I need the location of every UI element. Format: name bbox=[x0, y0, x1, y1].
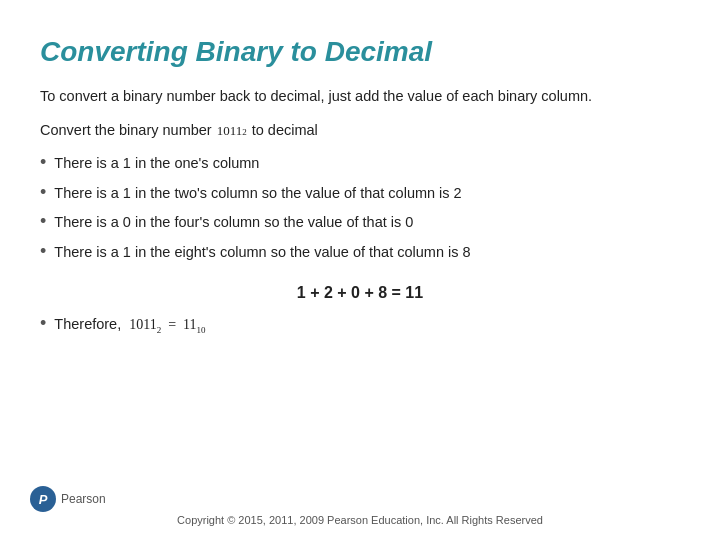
bullet-icon: • bbox=[40, 314, 46, 334]
therefore-line: • Therefore, 10112 = 1110 bbox=[40, 314, 680, 335]
bullet-text: There is a 0 in the four's column so the… bbox=[54, 212, 413, 234]
convert-line: Convert the binary number 10112 to decim… bbox=[40, 122, 680, 139]
bullet-icon: • bbox=[40, 183, 46, 203]
convert-suffix: to decimal bbox=[252, 122, 318, 138]
list-item: • There is a 1 in the one's column bbox=[40, 153, 680, 175]
pearson-icon: P bbox=[30, 486, 56, 512]
copyright-text: Copyright © 2015, 2011, 2009 Pearson Edu… bbox=[177, 514, 543, 526]
list-item: • There is a 1 in the two's column so th… bbox=[40, 183, 680, 205]
bullet-list: • There is a 1 in the one's column • The… bbox=[40, 153, 680, 264]
bullet-text: There is a 1 in the eight's column so th… bbox=[54, 242, 470, 264]
bullet-text: There is a 1 in the one's column bbox=[54, 153, 259, 175]
list-item: • There is a 1 in the eight's column so … bbox=[40, 242, 680, 264]
slide: Converting Binary to Decimal To convert … bbox=[0, 0, 720, 540]
pearson-logo: P Pearson bbox=[30, 486, 106, 512]
intro-paragraph: To convert a binary number back to decim… bbox=[40, 86, 680, 108]
list-item: • There is a 0 in the four's column so t… bbox=[40, 212, 680, 234]
bullet-icon: • bbox=[40, 153, 46, 173]
convert-prefix: Convert the binary number bbox=[40, 122, 212, 138]
footer: P Pearson Copyright © 2015, 2011, 2009 P… bbox=[0, 514, 720, 526]
bullet-icon: • bbox=[40, 212, 46, 232]
pearson-label: Pearson bbox=[61, 492, 106, 506]
slide-title: Converting Binary to Decimal bbox=[40, 36, 680, 68]
convert-number: 10112 bbox=[217, 123, 247, 139]
bullet-icon: • bbox=[40, 242, 46, 262]
therefore-prefix: Therefore, bbox=[54, 316, 121, 332]
bullet-text: There is a 1 in the two's column so the … bbox=[54, 183, 461, 205]
equation: 1 + 2 + 0 + 8 = 11 bbox=[40, 284, 680, 302]
therefore-expression: 10112 = 1110 bbox=[129, 317, 205, 335]
